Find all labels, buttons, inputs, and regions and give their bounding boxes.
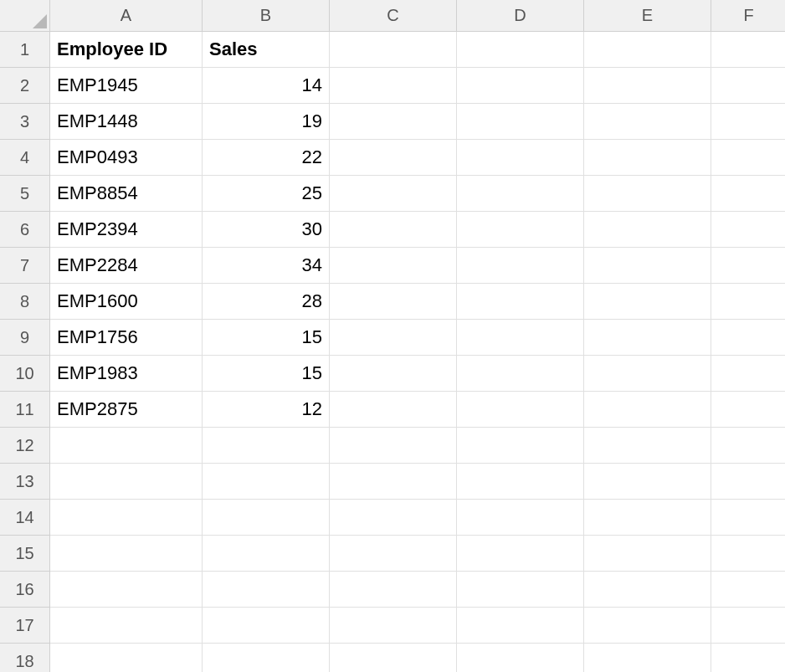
cell-B4[interactable]: 22 xyxy=(203,140,330,176)
column-header-E[interactable]: E xyxy=(584,0,711,32)
cell-A12[interactable] xyxy=(50,428,203,464)
cell-B10[interactable]: 15 xyxy=(203,356,330,392)
cell-C17[interactable] xyxy=(330,608,457,644)
cell-D14[interactable] xyxy=(457,500,584,536)
cell-C3[interactable] xyxy=(330,104,457,140)
cell-D9[interactable] xyxy=(457,320,584,356)
cell-E4[interactable] xyxy=(584,140,711,176)
cell-F17[interactable] xyxy=(711,608,785,644)
row-header-14[interactable]: 14 xyxy=(0,500,50,536)
cell-D12[interactable] xyxy=(457,428,584,464)
cell-D5[interactable] xyxy=(457,176,584,212)
row-header-10[interactable]: 10 xyxy=(0,356,50,392)
cell-C15[interactable] xyxy=(330,536,457,572)
cell-B3[interactable]: 19 xyxy=(203,104,330,140)
cell-D18[interactable] xyxy=(457,644,584,672)
cell-B11[interactable]: 12 xyxy=(203,392,330,428)
cell-A13[interactable] xyxy=(50,464,203,500)
cell-A16[interactable] xyxy=(50,572,203,608)
row-header-3[interactable]: 3 xyxy=(0,104,50,140)
cell-B17[interactable] xyxy=(203,608,330,644)
cell-F14[interactable] xyxy=(711,500,785,536)
cell-A10[interactable]: EMP1983 xyxy=(50,356,203,392)
cell-E9[interactable] xyxy=(584,320,711,356)
cell-D15[interactable] xyxy=(457,536,584,572)
select-all-corner[interactable] xyxy=(0,0,50,32)
spreadsheet-grid[interactable]: ABCDEF1Employee IDSales2EMP1945143EMP144… xyxy=(0,0,785,672)
cell-A1[interactable]: Employee ID xyxy=(50,32,203,68)
cell-A17[interactable] xyxy=(50,608,203,644)
row-header-9[interactable]: 9 xyxy=(0,320,50,356)
cell-C12[interactable] xyxy=(330,428,457,464)
cell-C8[interactable] xyxy=(330,284,457,320)
cell-F16[interactable] xyxy=(711,572,785,608)
column-header-F[interactable]: F xyxy=(711,0,785,32)
cell-D2[interactable] xyxy=(457,68,584,104)
cell-B15[interactable] xyxy=(203,536,330,572)
cell-F12[interactable] xyxy=(711,428,785,464)
cell-F11[interactable] xyxy=(711,392,785,428)
cell-E10[interactable] xyxy=(584,356,711,392)
column-header-A[interactable]: A xyxy=(50,0,203,32)
row-header-6[interactable]: 6 xyxy=(0,212,50,248)
cell-B9[interactable]: 15 xyxy=(203,320,330,356)
cell-F1[interactable] xyxy=(711,32,785,68)
cell-A2[interactable]: EMP1945 xyxy=(50,68,203,104)
cell-E7[interactable] xyxy=(584,248,711,284)
cell-F3[interactable] xyxy=(711,104,785,140)
cell-A9[interactable]: EMP1756 xyxy=(50,320,203,356)
cell-E14[interactable] xyxy=(584,500,711,536)
cell-F2[interactable] xyxy=(711,68,785,104)
cell-B7[interactable]: 34 xyxy=(203,248,330,284)
cell-E2[interactable] xyxy=(584,68,711,104)
cell-B16[interactable] xyxy=(203,572,330,608)
cell-A4[interactable]: EMP0493 xyxy=(50,140,203,176)
cell-A6[interactable]: EMP2394 xyxy=(50,212,203,248)
cell-C16[interactable] xyxy=(330,572,457,608)
cell-D6[interactable] xyxy=(457,212,584,248)
row-header-2[interactable]: 2 xyxy=(0,68,50,104)
row-header-15[interactable]: 15 xyxy=(0,536,50,572)
cell-F9[interactable] xyxy=(711,320,785,356)
cell-C4[interactable] xyxy=(330,140,457,176)
cell-B8[interactable]: 28 xyxy=(203,284,330,320)
cell-C18[interactable] xyxy=(330,644,457,672)
cell-D10[interactable] xyxy=(457,356,584,392)
cell-A7[interactable]: EMP2284 xyxy=(50,248,203,284)
cell-E13[interactable] xyxy=(584,464,711,500)
row-header-1[interactable]: 1 xyxy=(0,32,50,68)
cell-C6[interactable] xyxy=(330,212,457,248)
cell-E1[interactable] xyxy=(584,32,711,68)
cell-A18[interactable] xyxy=(50,644,203,672)
cell-C9[interactable] xyxy=(330,320,457,356)
cell-E8[interactable] xyxy=(584,284,711,320)
cell-E5[interactable] xyxy=(584,176,711,212)
cell-C14[interactable] xyxy=(330,500,457,536)
cell-F7[interactable] xyxy=(711,248,785,284)
cell-F13[interactable] xyxy=(711,464,785,500)
cell-E3[interactable] xyxy=(584,104,711,140)
cell-E16[interactable] xyxy=(584,572,711,608)
row-header-12[interactable]: 12 xyxy=(0,428,50,464)
cell-E18[interactable] xyxy=(584,644,711,672)
cell-F4[interactable] xyxy=(711,140,785,176)
column-header-B[interactable]: B xyxy=(203,0,330,32)
cell-C13[interactable] xyxy=(330,464,457,500)
cell-B5[interactable]: 25 xyxy=(203,176,330,212)
cell-D13[interactable] xyxy=(457,464,584,500)
row-header-18[interactable]: 18 xyxy=(0,644,50,672)
cell-C1[interactable] xyxy=(330,32,457,68)
row-header-11[interactable]: 11 xyxy=(0,392,50,428)
cell-F8[interactable] xyxy=(711,284,785,320)
cell-E17[interactable] xyxy=(584,608,711,644)
column-header-C[interactable]: C xyxy=(330,0,457,32)
cell-B12[interactable] xyxy=(203,428,330,464)
cell-C11[interactable] xyxy=(330,392,457,428)
row-header-5[interactable]: 5 xyxy=(0,176,50,212)
row-header-7[interactable]: 7 xyxy=(0,248,50,284)
cell-D8[interactable] xyxy=(457,284,584,320)
cell-A15[interactable] xyxy=(50,536,203,572)
cell-E6[interactable] xyxy=(584,212,711,248)
row-header-16[interactable]: 16 xyxy=(0,572,50,608)
cell-F18[interactable] xyxy=(711,644,785,672)
